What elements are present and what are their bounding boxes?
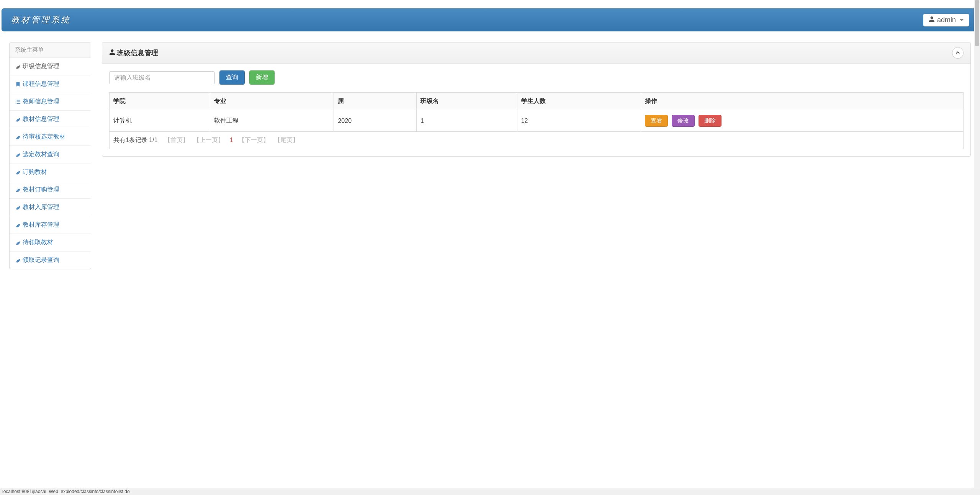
table-row: 计算机软件工程2020112查看修改删除	[110, 110, 964, 132]
pagination-current: 1	[230, 137, 233, 143]
table-header-4: 学生人数	[517, 93, 641, 110]
sidebar-item-9[interactable]: 教材库存管理	[10, 216, 91, 234]
panel-body: 查询 新增 学院专业届班级名学生人数操作 计算机软件工程2020112查看修改删…	[102, 64, 970, 156]
leaf-icon	[15, 187, 21, 193]
brand-title: 教材管理系统	[11, 14, 71, 26]
sidebar-item-11[interactable]: 领取记录查询	[10, 252, 91, 269]
person-icon	[109, 49, 115, 57]
panel-title: 班级信息管理	[109, 48, 158, 57]
sidebar: 系统主菜单 班级信息管理课程信息管理教师信息管理教材信息管理待审核选定教材选定教…	[9, 42, 91, 269]
sidebar-item-label: 领取记录查询	[23, 256, 59, 264]
table-header-0: 学院	[110, 93, 210, 110]
sidebar-item-7[interactable]: 教材订购管理	[10, 181, 91, 199]
sidebar-item-label: 待领取教材	[23, 239, 53, 247]
sidebar-item-1[interactable]: 课程信息管理	[10, 75, 91, 93]
main-content: 班级信息管理 查询 新增 学院专业届班级名学生人数操作	[102, 42, 971, 157]
edit-button[interactable]: 修改	[672, 115, 695, 127]
search-input[interactable]	[109, 71, 215, 84]
table-cell: 12	[517, 110, 641, 132]
sidebar-item-label: 教师信息管理	[23, 98, 59, 106]
table-header-3: 班级名	[416, 93, 517, 110]
leaf-icon	[15, 152, 21, 157]
leaf-icon	[15, 134, 21, 140]
sidebar-item-4[interactable]: 待审核选定教材	[10, 128, 91, 146]
sidebar-item-2[interactable]: 教师信息管理	[10, 93, 91, 111]
user-icon	[929, 16, 935, 24]
sidebar-item-label: 待审核选定教材	[23, 133, 65, 141]
panel-title-text: 班级信息管理	[117, 48, 158, 57]
actions-cell: 查看修改删除	[641, 110, 964, 132]
sidebar-item-label: 教材订购管理	[23, 186, 59, 194]
table-cell: 计算机	[110, 110, 210, 132]
table-header-1: 专业	[210, 93, 334, 110]
leaf-icon	[15, 117, 21, 122]
table-cell: 2020	[334, 110, 417, 132]
view-button[interactable]: 查看	[645, 115, 668, 127]
main-container: 系统主菜单 班级信息管理课程信息管理教师信息管理教材信息管理待审核选定教材选定教…	[0, 31, 980, 280]
sidebar-item-label: 教材入库管理	[23, 203, 59, 211]
delete-button[interactable]: 删除	[699, 115, 722, 127]
sidebar-item-8[interactable]: 教材入库管理	[10, 199, 91, 216]
sidebar-item-label: 选定教材查询	[23, 150, 59, 158]
pagination-row: 共有1条记录 1/1 【首页】 【上一页】 1 【下一页】 【尾页】	[110, 132, 964, 149]
chevron-up-icon	[955, 50, 960, 56]
sidebar-item-label: 课程信息管理	[23, 80, 59, 88]
user-menu[interactable]: admin	[923, 14, 969, 26]
leaf-icon	[15, 64, 21, 69]
leaf-icon	[15, 170, 21, 175]
top-strip	[0, 0, 980, 8]
table-header-row: 学院专业届班级名学生人数操作	[110, 93, 964, 110]
sidebar-item-5[interactable]: 选定教材查询	[10, 146, 91, 163]
collapse-button[interactable]	[952, 47, 964, 59]
sidebar-item-label: 教材库存管理	[23, 221, 59, 229]
bookmark-icon	[15, 82, 21, 87]
sidebar-item-label: 班级信息管理	[23, 62, 59, 70]
table-cell: 1	[416, 110, 517, 132]
user-name: admin	[937, 16, 956, 24]
toolbar: 查询 新增	[109, 70, 964, 85]
pagination-next[interactable]: 【下一页】	[239, 137, 269, 143]
pagination-first[interactable]: 【首页】	[164, 137, 189, 143]
sidebar-item-6[interactable]: 订购教材	[10, 163, 91, 181]
sidebar-item-10[interactable]: 待领取教材	[10, 234, 91, 252]
table-header-2: 届	[334, 93, 417, 110]
caret-down-icon	[960, 19, 964, 21]
scrollbar[interactable]	[974, 0, 980, 280]
leaf-icon	[15, 222, 21, 228]
leaf-icon	[15, 205, 21, 210]
leaf-icon	[15, 240, 21, 245]
list-icon	[15, 99, 21, 105]
table-body: 计算机软件工程2020112查看修改删除	[110, 110, 964, 132]
sidebar-header: 系统主菜单	[10, 42, 91, 58]
class-table: 学院专业届班级名学生人数操作 计算机软件工程2020112查看修改删除 共有1条…	[109, 92, 964, 149]
panel: 班级信息管理 查询 新增 学院专业届班级名学生人数操作	[102, 42, 971, 157]
scrollbar-thumb[interactable]	[975, 0, 979, 46]
sidebar-item-label: 订购教材	[23, 168, 47, 176]
table-header-5: 操作	[641, 93, 964, 110]
sidebar-item-0[interactable]: 班级信息管理	[10, 58, 91, 75]
panel-header: 班级信息管理	[102, 42, 970, 64]
query-button[interactable]: 查询	[219, 70, 245, 85]
pagination-summary: 共有1条记录 1/1	[113, 137, 158, 143]
pagination-prev[interactable]: 【上一页】	[193, 137, 224, 143]
pagination-last[interactable]: 【尾页】	[274, 137, 299, 143]
sidebar-item-label: 教材信息管理	[23, 115, 59, 123]
navbar: 教材管理系统 admin	[2, 8, 978, 31]
leaf-icon	[15, 258, 21, 263]
add-button[interactable]: 新增	[249, 70, 275, 85]
table-cell: 软件工程	[210, 110, 334, 132]
sidebar-item-3[interactable]: 教材信息管理	[10, 111, 91, 128]
